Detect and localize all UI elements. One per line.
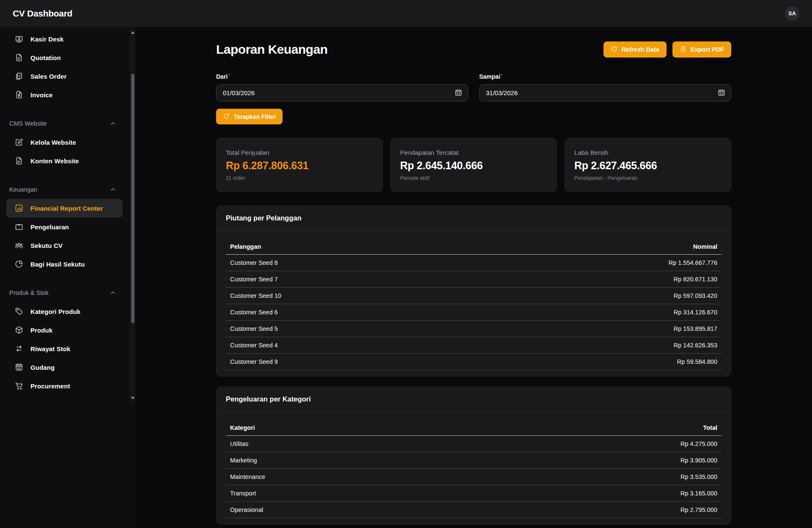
cell-value: Rp 142.626.353: [479, 337, 721, 354]
date-from-label: Dari: [216, 73, 228, 80]
stat-value: Rp 2.645.140.666: [400, 160, 547, 172]
sidebar-item-sales-order[interactable]: Sales Order: [6, 67, 123, 85]
wallet-icon: [14, 222, 24, 231]
stat-card: Pendapatan TercatatRp 2.645.140.666Perio…: [390, 138, 557, 192]
export-pdf-label: Export PDF: [691, 46, 724, 53]
column-header: Kategori: [226, 420, 469, 436]
apply-filter-button[interactable]: Terapkan Filter: [216, 109, 283, 124]
table-row: MaintenanceRp 3.535.000: [226, 469, 721, 485]
sidebar-item-label: Sekutu CV: [30, 242, 63, 249]
cell-label: Customer Seed 10: [226, 288, 479, 304]
document-icon: [14, 53, 24, 62]
stat-card: Total PenjualanRp 6.287.806.63111 order: [216, 138, 383, 192]
export-pdf-button[interactable]: Export PDF: [672, 41, 731, 58]
calendar-picker[interactable]: [454, 88, 463, 97]
apply-filter-label: Terapkan Filter: [234, 113, 276, 120]
refresh-icon: [611, 45, 618, 52]
cell-value: Rp 4.275.000: [469, 436, 721, 452]
swap-arrows-icon: [14, 344, 24, 353]
scroll-down-arrow-icon[interactable]: [130, 395, 135, 401]
sidebar-item-procurement[interactable]: Procurement: [6, 377, 123, 395]
stat-label: Laba Bersih: [574, 149, 721, 156]
sidebar-group-cms-website[interactable]: CMS Website: [0, 114, 123, 133]
sidebar-item-label: Procurement: [30, 382, 70, 390]
date-from-input[interactable]: [216, 84, 468, 102]
table-header-row: PelangganNominal: [226, 239, 721, 255]
sidebar-group-label: Produk & Stok: [9, 289, 49, 296]
column-header: Pelanggan: [226, 239, 479, 255]
sidebar-item-pengeluaran[interactable]: Pengeluaran: [6, 217, 123, 236]
receivables-table: PelangganNominalCustomer Seed 8Rp 1.554.…: [226, 239, 721, 370]
stat-sub: 11 order: [226, 175, 373, 181]
sidebar-item-label: Kasir Desk: [30, 36, 64, 43]
sidebar-scrollbar[interactable]: [130, 29, 135, 402]
table-row: TransportRp 3.165.000: [226, 485, 721, 502]
stat-value: Rp 6.287.806.631: [226, 160, 373, 172]
sidebar-item-sekutu-cv[interactable]: Sekutu CV: [6, 236, 123, 255]
table-row: Customer Seed 6Rp 314.126.670: [226, 304, 721, 321]
sidebar-item-produk[interactable]: Produk: [6, 321, 123, 339]
store-icon: [14, 363, 24, 372]
pie-chart-icon: [14, 259, 24, 269]
cell-value: Rp 3.535.000: [469, 469, 721, 485]
sidebar-item-invoice[interactable]: Invoice: [6, 85, 123, 104]
required-mark: *: [228, 73, 230, 79]
table-row: Customer Seed 7Rp 820.671.130: [226, 271, 721, 288]
sidebar-item-label: Bagi Hasil Sekutu: [30, 261, 85, 268]
cell-value: Rp 3.165.000: [469, 485, 721, 502]
table-row: Customer Seed 10Rp 597.093.420: [226, 288, 721, 304]
refresh-icon: [223, 113, 230, 120]
sidebar-item-label: Financial Report Center: [30, 205, 103, 212]
receivables-panel: Piutang per Pelanggan PelangganNominalCu…: [216, 206, 731, 377]
top-header: CV Dashboard SA: [0, 0, 812, 27]
required-mark: *: [501, 73, 503, 79]
calendar-picker[interactable]: [717, 88, 726, 97]
sidebar-item-label: Quotation: [30, 54, 61, 61]
cell-value: Rp 1.554.667.776: [479, 255, 721, 271]
chevron-up-icon: [109, 120, 117, 127]
refresh-data-button[interactable]: Refresh Data: [604, 41, 667, 58]
cell-label: Customer Seed 9: [226, 354, 479, 370]
app-title: CV Dashboard: [13, 8, 72, 19]
cell-label: Utilitas: [226, 436, 469, 452]
cell-label: Transport: [226, 485, 469, 502]
users-icon: [14, 241, 24, 250]
sidebar-item-kategori-produk[interactable]: Kategori Produk: [6, 302, 123, 321]
cell-value: Rp 3.905.000: [469, 452, 721, 469]
invoice-dollar-icon: [14, 90, 24, 99]
sidebar-item-label: Riwayat Stok: [30, 345, 71, 352]
sidebar-item-label: Kategori Produk: [30, 308, 80, 315]
cell-label: Maintenance: [226, 469, 469, 485]
cell-label: Customer Seed 4: [226, 337, 479, 354]
user-avatar[interactable]: SA: [785, 6, 799, 21]
sidebar-item-label: Produk: [30, 327, 52, 334]
sidebar-item-bagi-hasil-sekutu[interactable]: Bagi Hasil Sekutu: [6, 255, 123, 273]
sidebar-item-label: Konten Website: [30, 157, 79, 165]
sidebar-item-konten-website[interactable]: Konten Website: [6, 151, 123, 170]
table-row: Customer Seed 5Rp 153.895.817: [226, 321, 721, 337]
sidebar-item-financial-report-center[interactable]: Financial Report Center: [6, 199, 123, 217]
stats-row: Total PenjualanRp 6.287.806.63111 orderP…: [216, 138, 731, 192]
sidebar-item-riwayat-stok[interactable]: Riwayat Stok: [6, 339, 123, 358]
sidebar-item-kasir-desk[interactable]: Kasir Desk: [6, 30, 123, 48]
scrollbar-thumb[interactable]: [131, 74, 134, 323]
sidebar-group-label: Keuangan: [9, 186, 37, 193]
panel-title: Piutang per Pelanggan: [226, 214, 721, 222]
sidebar-item-kelola-website[interactable]: Kelola Website: [6, 133, 123, 151]
sidebar-group-keuangan[interactable]: Keuangan: [0, 180, 123, 199]
column-header: Nominal: [479, 239, 721, 255]
table-row: OperasionalRp 2.795.000: [226, 502, 721, 518]
table-row: Customer Seed 9Rp 59.584.800: [226, 354, 721, 370]
sidebar: Kasir DeskQuotationSales OrderInvoiceCMS…: [0, 27, 135, 528]
scroll-up-arrow-icon[interactable]: [130, 30, 135, 36]
date-to-input[interactable]: [479, 84, 731, 102]
edit-pen-icon: [14, 138, 24, 147]
panel-title: Pengeluaran per Kategori: [226, 395, 721, 403]
sidebar-item-gudang[interactable]: Gudang: [6, 358, 123, 377]
stat-card: Laba BersihRp 2.627.465.666Pendapatan - …: [565, 138, 731, 192]
chevron-up-icon: [109, 186, 117, 193]
calendar-icon: [454, 88, 463, 97]
sidebar-group-produk-stok[interactable]: Produk & Stok: [0, 283, 123, 302]
cell-label: Customer Seed 5: [226, 321, 479, 337]
sidebar-item-quotation[interactable]: Quotation: [6, 48, 123, 67]
